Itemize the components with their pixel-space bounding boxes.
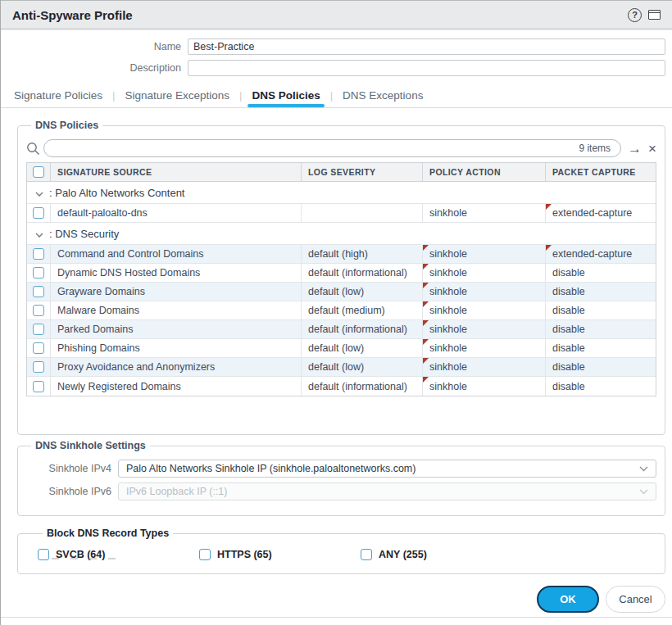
sinkhole-ipv4-value: Palo Alto Networks Sinkhole IP (sinkhole…: [126, 463, 415, 474]
table-row[interactable]: Newly Registered Domains default (inform…: [27, 377, 656, 396]
row-checkbox[interactable]: [33, 207, 44, 219]
chevron-down-icon[interactable]: [35, 185, 43, 200]
tab-bar: Signature Policies | Signature Exception…: [1, 81, 672, 106]
table-row[interactable]: Parked Domains default (informational) s…: [27, 320, 656, 339]
table-header-row: SIGNATURE SOURCE LOG SEVERITY POLICY ACT…: [27, 163, 656, 182]
clear-filter-icon[interactable]: ×: [648, 142, 656, 156]
cell-policy-action[interactable]: sinkhole: [422, 264, 545, 282]
table-row[interactable]: Dynamic DNS Hosted Domains default (info…: [27, 264, 656, 283]
row-checkbox[interactable]: [33, 381, 44, 392]
cell-log-severity[interactable]: [301, 204, 422, 222]
sinkhole-ipv4-row: Sinkhole IPv4 Palo Alto Networks Sinkhol…: [26, 460, 656, 478]
table-row[interactable]: default-paloalto-dns sinkhole extended-c…: [27, 204, 656, 223]
dns-sinkhole-settings-section: DNS Sinkhole Settings Sinkhole IPv4 Palo…: [17, 440, 665, 516]
tabs-divider: [1, 107, 672, 108]
cancel-button[interactable]: Cancel: [606, 586, 665, 613]
tab-signature-exceptions[interactable]: Signature Exceptions: [123, 88, 231, 106]
cell-log-severity[interactable]: default (informational): [301, 377, 422, 396]
row-checkbox[interactable]: [33, 267, 44, 279]
group-row-dns-security[interactable]: : DNS Security: [27, 223, 656, 245]
cell-packet-capture[interactable]: disable: [545, 377, 656, 396]
table-row[interactable]: Grayware Domains default (low) sinkhole …: [27, 283, 656, 301]
description-row: Description: [1, 60, 665, 76]
cell-packet-capture[interactable]: disable: [545, 283, 656, 301]
tab-dns-policies[interactable]: DNS Policies: [250, 88, 321, 106]
cell-log-severity[interactable]: default (low): [301, 339, 422, 357]
group-label: : Palo Alto Networks Content: [49, 187, 184, 199]
https-checkbox[interactable]: [199, 549, 211, 560]
tab-separator: |: [112, 89, 115, 105]
cell-policy-action[interactable]: sinkhole: [422, 245, 545, 263]
cell-log-severity[interactable]: default (high): [301, 245, 422, 263]
sinkhole-ipv6-row: Sinkhole IPv6 IPv6 Loopback IP (::1): [26, 482, 656, 500]
cell-log-severity[interactable]: default (medium): [301, 301, 422, 319]
table-row[interactable]: Phishing Domains default (low) sinkhole …: [27, 339, 656, 358]
description-field[interactable]: [188, 60, 665, 76]
cell-packet-capture[interactable]: disable: [545, 264, 656, 282]
select-all-checkbox[interactable]: [33, 166, 44, 178]
cell-policy-action[interactable]: sinkhole: [422, 339, 545, 357]
name-label: Name: [1, 41, 188, 52]
name-field[interactable]: [188, 38, 665, 55]
row-checkbox[interactable]: [33, 324, 44, 335]
row-checkbox[interactable]: [33, 286, 44, 297]
table-row[interactable]: Command and Control Domains default (hig…: [27, 245, 656, 264]
cell-signature-source: default-paloalto-dns: [50, 204, 301, 222]
search-pill: 9 items: [43, 139, 621, 157]
cell-signature-source: Grayware Domains: [50, 283, 301, 301]
option-any: ANY (255): [361, 549, 522, 560]
name-row: Name: [1, 38, 665, 55]
apply-filter-arrow-icon[interactable]: →: [628, 142, 642, 156]
filter-input[interactable]: [52, 143, 579, 154]
bottom-divider: [1, 617, 672, 618]
cell-log-severity[interactable]: default (low): [301, 358, 422, 376]
cell-policy-action[interactable]: sinkhole: [422, 301, 545, 319]
cell-packet-capture[interactable]: disable: [545, 358, 656, 376]
cell-log-severity[interactable]: default (low): [301, 283, 422, 301]
table-row[interactable]: Proxy Avoidance and Anonymizers default …: [27, 358, 656, 377]
cell-policy-action[interactable]: sinkhole: [422, 320, 545, 338]
cell-policy-action[interactable]: sinkhole: [422, 358, 545, 376]
header-packet-capture[interactable]: PACKET CAPTURE: [545, 163, 656, 181]
cell-policy-action[interactable]: sinkhole: [422, 377, 545, 396]
cell-packet-capture[interactable]: extended-capture: [545, 245, 656, 263]
cell-packet-capture[interactable]: disable: [545, 339, 656, 357]
header-policy-action[interactable]: POLICY ACTION: [422, 163, 545, 181]
row-checkbox[interactable]: [33, 305, 44, 316]
table-search-bar: 9 items → ×: [26, 139, 656, 157]
help-icon[interactable]: ?: [628, 8, 642, 22]
tab-signature-policies[interactable]: Signature Policies: [12, 88, 104, 106]
row-checkbox[interactable]: [33, 248, 44, 260]
block-dns-record-types-section: Block DNS Record Types SVCB (64) HTTPS (…: [17, 528, 665, 574]
sinkhole-ipv6-value: IPv6 Loopback IP (::1): [126, 486, 227, 497]
table-bottom-spacer: [26, 396, 656, 426]
sinkhole-ipv6-label: Sinkhole IPv6: [26, 486, 118, 497]
anti-spyware-profile-dialog: Anti-Spyware Profile ? Name Description …: [0, 0, 672, 625]
cell-packet-capture[interactable]: disable: [545, 320, 656, 338]
sinkhole-ipv4-select[interactable]: Palo Alto Networks Sinkhole IP (sinkhole…: [118, 460, 656, 478]
record-type-options: SVCB (64) HTTPS (65) ANY (255): [38, 549, 656, 560]
cell-log-severity[interactable]: default (informational): [301, 264, 422, 282]
svcb-checkbox[interactable]: [38, 549, 49, 560]
search-icon: [26, 142, 40, 156]
header-signature-source[interactable]: SIGNATURE SOURCE: [50, 163, 301, 181]
tab-dns-exceptions[interactable]: DNS Exceptions: [341, 88, 425, 106]
cell-packet-capture[interactable]: disable: [545, 301, 656, 319]
cell-policy-action[interactable]: sinkhole: [422, 204, 545, 222]
chevron-down-icon[interactable]: [35, 226, 43, 241]
ok-button[interactable]: OK: [537, 586, 599, 613]
any-checkbox[interactable]: [361, 549, 372, 560]
row-checkbox[interactable]: [33, 342, 44, 354]
cell-policy-action[interactable]: sinkhole: [422, 283, 545, 301]
table-row[interactable]: Malware Domains default (medium) sinkhol…: [27, 301, 656, 320]
cell-signature-source: Newly Registered Domains: [50, 377, 301, 396]
group-row-palo-alto-networks-content[interactable]: : Palo Alto Networks Content: [27, 182, 656, 204]
items-count: 9 items: [579, 143, 611, 154]
header-log-severity[interactable]: LOG SEVERITY: [301, 163, 422, 181]
cell-log-severity[interactable]: default (informational): [301, 320, 422, 338]
window-icon[interactable]: [648, 10, 661, 20]
sinkhole-ipv4-label: Sinkhole IPv4: [26, 463, 118, 474]
description-label: Description: [1, 62, 188, 74]
cell-packet-capture[interactable]: extended-capture: [545, 204, 656, 222]
row-checkbox[interactable]: [33, 361, 44, 373]
